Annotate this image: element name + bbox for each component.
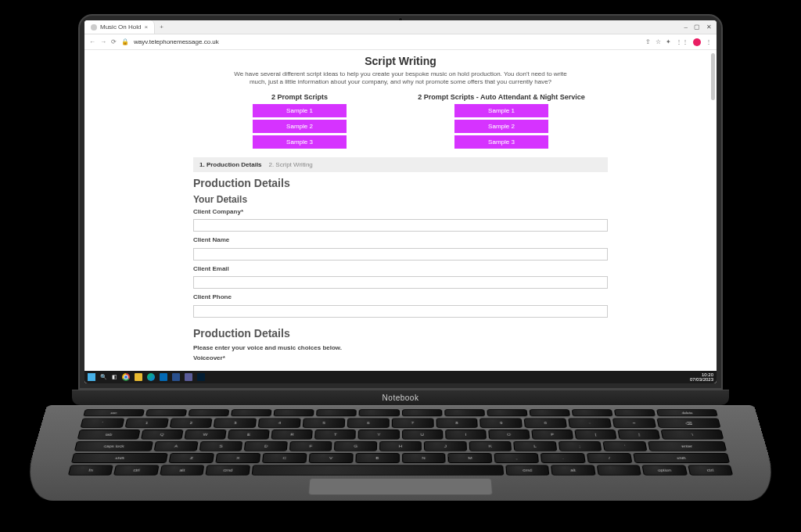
key[interactable]: S: [199, 441, 242, 451]
key[interactable]: G: [334, 441, 377, 451]
key[interactable]: ,: [494, 453, 539, 463]
share-icon[interactable]: ⇪: [645, 38, 651, 45]
key[interactable]: V: [308, 453, 353, 463]
key[interactable]: [316, 409, 357, 416]
url-text[interactable]: wayv.telephonemessage.co.uk: [134, 38, 641, 45]
key[interactable]: [444, 409, 485, 416]
key[interactable]: enter: [648, 441, 727, 451]
key[interactable]: [614, 409, 656, 416]
key[interactable]: A: [154, 441, 198, 451]
key[interactable]: alt: [160, 465, 205, 475]
key[interactable]: Q: [141, 430, 184, 439]
key[interactable]: delete: [656, 409, 717, 416]
sample-button[interactable]: Sample 3: [454, 135, 548, 149]
key[interactable]: `: [81, 419, 125, 428]
profile-avatar[interactable]: [693, 38, 701, 46]
outlook-icon[interactable]: [160, 373, 167, 381]
key[interactable]: 4: [258, 419, 301, 428]
key[interactable]: esc: [83, 409, 144, 416]
chrome-icon[interactable]: [122, 373, 130, 381]
teams-icon[interactable]: [185, 373, 192, 381]
forward-icon[interactable]: →: [100, 38, 106, 45]
client-email-input[interactable]: [193, 276, 608, 289]
client-company-input[interactable]: [193, 219, 608, 232]
edge-icon[interactable]: [147, 373, 155, 381]
key[interactable]: F: [289, 441, 332, 451]
sample-button[interactable]: Sample 2: [253, 120, 347, 133]
key[interactable]: ;: [558, 441, 602, 451]
key[interactable]: P: [531, 430, 573, 439]
key[interactable]: B: [355, 453, 399, 463]
key[interactable]: C: [262, 453, 307, 463]
key[interactable]: J: [424, 441, 467, 451]
word-icon[interactable]: [172, 373, 180, 381]
maximize-button[interactable]: ▢: [694, 23, 700, 31]
browser-tab[interactable]: Music On Hold ×: [84, 20, 155, 34]
key[interactable]: M: [448, 453, 493, 463]
key[interactable]: =: [612, 419, 656, 428]
key[interactable]: ': [602, 441, 646, 451]
star-icon[interactable]: ☆: [656, 38, 661, 45]
key[interactable]: [251, 465, 503, 475]
key[interactable]: D: [244, 441, 288, 451]
puzzle-icon[interactable]: ✦: [666, 38, 671, 45]
key[interactable]: ctrl: [113, 465, 159, 475]
key[interactable]: 1: [124, 419, 168, 428]
key[interactable]: [: [574, 430, 616, 439]
key[interactable]: 7: [392, 419, 434, 428]
key[interactable]: 0: [524, 419, 567, 428]
key[interactable]: .: [541, 453, 586, 463]
key[interactable]: T: [314, 430, 356, 439]
scrollbar[interactable]: [711, 53, 715, 100]
back-icon[interactable]: ←: [89, 38, 95, 45]
key[interactable]: [231, 409, 272, 416]
key[interactable]: E: [228, 430, 270, 439]
key[interactable]: -: [568, 419, 611, 428]
key[interactable]: [487, 409, 527, 416]
key[interactable]: 3: [214, 419, 257, 428]
key[interactable]: Z: [169, 453, 214, 463]
key[interactable]: alt: [551, 465, 595, 475]
system-tray-clock[interactable]: 10:20 07/03/2023: [690, 372, 713, 382]
key[interactable]: ⌫: [656, 419, 720, 428]
close-window-button[interactable]: ✕: [706, 23, 712, 31]
file-explorer-icon[interactable]: [135, 373, 142, 381]
sample-button[interactable]: Sample 1: [454, 104, 548, 117]
key[interactable]: 8: [436, 419, 478, 428]
key[interactable]: 9: [480, 419, 523, 428]
key[interactable]: ]: [618, 430, 661, 439]
step-2[interactable]: 2. Script Writing: [268, 161, 312, 168]
key[interactable]: /: [587, 453, 632, 463]
task-view-icon[interactable]: ◧: [112, 374, 117, 380]
key[interactable]: [402, 409, 443, 416]
sample-button[interactable]: Sample 2: [454, 120, 548, 133]
key[interactable]: [596, 465, 641, 475]
key[interactable]: [359, 409, 400, 416]
key[interactable]: [274, 409, 314, 416]
key[interactable]: shift: [71, 453, 168, 463]
client-name-input[interactable]: [193, 248, 608, 261]
key[interactable]: ctrl: [688, 465, 733, 475]
key[interactable]: N: [402, 453, 446, 463]
key[interactable]: fn: [68, 465, 113, 475]
key[interactable]: 6: [347, 419, 390, 428]
key[interactable]: [188, 409, 229, 416]
key[interactable]: 5: [303, 419, 345, 428]
photoshop-icon[interactable]: [197, 373, 205, 381]
key[interactable]: cmd: [505, 465, 550, 475]
step-1[interactable]: 1. Production Details: [199, 161, 262, 168]
key[interactable]: Y: [358, 430, 400, 439]
key[interactable]: H: [379, 441, 422, 451]
key[interactable]: shift: [633, 453, 730, 463]
key[interactable]: I: [445, 430, 487, 439]
key[interactable]: tab: [77, 430, 140, 439]
extensions-icon[interactable]: ⋮⋮: [676, 38, 688, 45]
key[interactable]: [530, 409, 571, 416]
key[interactable]: K: [469, 441, 512, 451]
key[interactable]: option: [642, 465, 688, 475]
key[interactable]: W: [184, 430, 226, 439]
key[interactable]: X: [215, 453, 260, 463]
key[interactable]: cmd: [206, 465, 250, 475]
start-button[interactable]: [88, 373, 95, 381]
key[interactable]: [145, 409, 187, 416]
